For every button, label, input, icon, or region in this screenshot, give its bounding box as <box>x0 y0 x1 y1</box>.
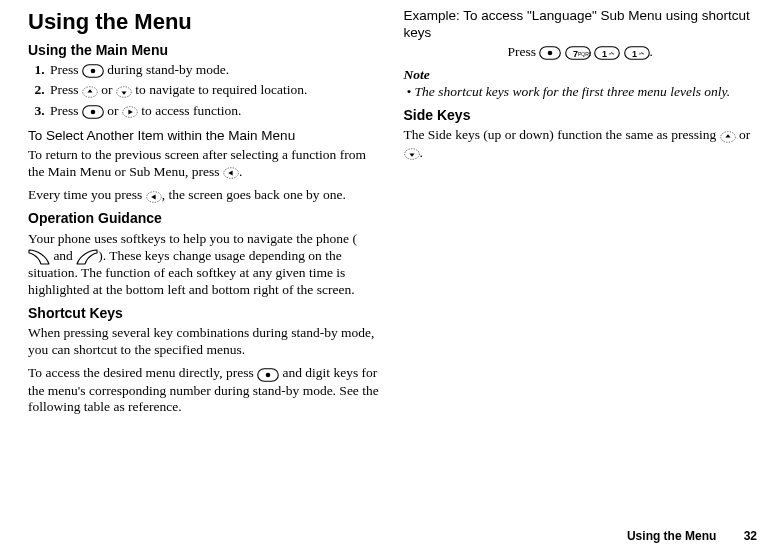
note-body: • The shortcut keys work for the first t… <box>404 84 758 101</box>
para-shortcut-2: To access the desired menu directly, pre… <box>28 365 382 416</box>
press-end: . <box>650 44 653 59</box>
center-key-icon <box>257 366 279 383</box>
footer-title: Using the Menu <box>627 529 716 543</box>
softkey-right-icon <box>76 248 98 265</box>
step-1-post: during stand-by mode. <box>107 62 229 77</box>
step-3-mid: or <box>107 103 122 118</box>
para-side-keys-a: The Side keys (up or down) function the … <box>404 127 720 142</box>
step-2: Press or to navigate <box>48 82 382 99</box>
nav-left-icon <box>223 164 239 181</box>
example-heading: Example: To access "Language" Sub Menu u… <box>404 8 758 42</box>
center-key-icon <box>82 62 104 79</box>
svg-text:PQRS: PQRS <box>578 51 591 57</box>
para-shortcut-2-a: To access the desired menu directly, pre… <box>28 365 257 380</box>
digit-1-key-icon: 1 <box>624 44 650 61</box>
column-container: Using the Menu Using the Main Menu Press… <box>28 8 757 422</box>
para-softkeys: Your phone uses softkeys to help you to … <box>28 231 382 299</box>
step-3: Press or to access f <box>48 103 382 120</box>
heading-main-menu: Using the Main Menu <box>28 42 382 60</box>
digit-1-key-icon: 1 <box>594 44 620 61</box>
para-softkeys-a: Your phone uses softkeys to help you to … <box>28 231 357 246</box>
svg-text:1: 1 <box>632 49 637 59</box>
center-key-icon <box>539 44 561 61</box>
para-return-previous-a: To return to the previous screen after s… <box>28 147 366 179</box>
center-key-icon <box>82 103 104 120</box>
step-1-pre: Press <box>50 62 82 77</box>
para-every-time-b: , the screen goes back one by one. <box>162 187 346 202</box>
svg-point-12 <box>548 51 553 56</box>
para-side-keys: The Side keys (up or down) function the … <box>404 127 758 162</box>
nav-left-icon <box>146 188 162 205</box>
note-heading: Note <box>404 67 758 84</box>
para-side-keys-c: . <box>420 145 423 160</box>
footer-page-number: 32 <box>744 529 757 543</box>
left-column: Using the Menu Using the Main Menu Press… <box>28 8 382 422</box>
heading-operation-guidance: Operation Guidance <box>28 210 382 228</box>
nav-down-icon <box>116 83 132 100</box>
svg-point-1 <box>91 69 96 74</box>
heading-select-another: To Select Another Item within the Main M… <box>28 128 382 145</box>
para-return-previous: To return to the previous screen after s… <box>28 147 382 181</box>
step-2-mid: or <box>101 82 116 97</box>
note-text: The shortcut keys work for the first thr… <box>415 84 731 99</box>
digit-7-key-icon: 7 PQRS <box>565 44 591 61</box>
step-1: Press during stand-by mode. <box>48 62 382 79</box>
page-footer: Using the Menu 32 <box>627 529 757 544</box>
nav-right-icon <box>122 103 138 120</box>
heading-shortcut-keys: Shortcut Keys <box>28 305 382 323</box>
step-3-post: to access function. <box>141 103 241 118</box>
svg-text:1: 1 <box>602 49 607 59</box>
heading-side-keys: Side Keys <box>404 107 758 125</box>
example-press-line: Press 7 PQRS <box>404 44 758 61</box>
para-every-time-a: Every time you press <box>28 187 146 202</box>
nav-up-icon <box>82 83 98 100</box>
para-softkeys-b: and <box>53 248 76 263</box>
nav-down-icon <box>404 145 420 162</box>
steps-list: Press during stand-by mode. Press <box>28 62 382 120</box>
para-return-previous-b: . <box>239 164 242 179</box>
svg-point-5 <box>91 110 96 115</box>
softkey-left-icon <box>28 248 50 265</box>
step-2-pre: Press <box>50 82 82 97</box>
right-column: Example: To access "Language" Sub Menu u… <box>404 8 758 422</box>
page-title: Using the Menu <box>28 8 382 36</box>
para-shortcut-1: When pressing several key combinations d… <box>28 325 382 359</box>
press-label: Press <box>508 44 540 59</box>
step-3-pre: Press <box>50 103 82 118</box>
note-bullet: • <box>407 84 412 99</box>
para-every-time: Every time you press , the screen goes b… <box>28 187 382 204</box>
nav-up-icon <box>720 128 736 145</box>
step-2-post: to navigate to required location. <box>135 82 307 97</box>
svg-point-10 <box>266 372 271 377</box>
para-side-keys-b: or <box>739 127 750 142</box>
document-page: Using the Menu Using the Main Menu Press… <box>0 0 783 552</box>
